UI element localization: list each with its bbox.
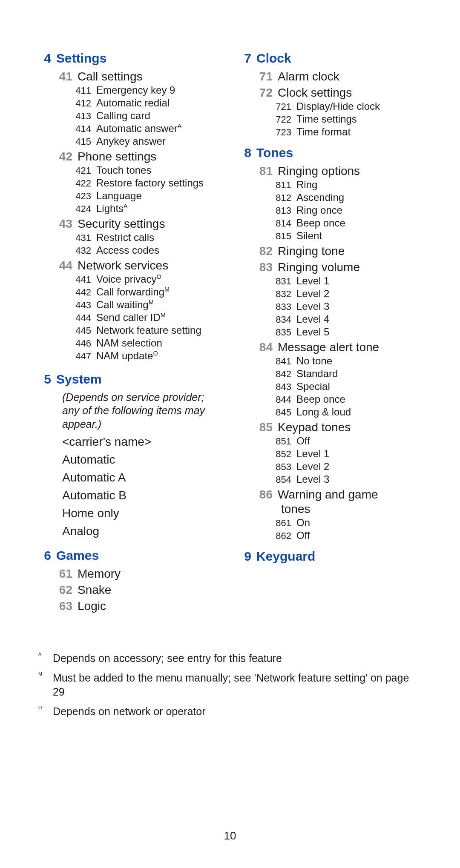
- system-option-automatic-a: Automatic A: [62, 471, 221, 484]
- footnote-marker: A: [178, 123, 182, 129]
- subsection-call-settings: 41 Call settings: [55, 70, 221, 83]
- item-time-settings: 722Time settings: [272, 113, 422, 125]
- item-special: 843Special: [272, 381, 422, 392]
- item-standard: 842Standard: [272, 368, 422, 380]
- footnote-marker: M: [164, 286, 170, 293]
- item-ring: 811Ring: [272, 179, 422, 191]
- item-level-4: 834Level 4: [272, 313, 422, 325]
- item-beep-once: 814Beep once: [272, 217, 422, 229]
- subsection-logic: 63Logic: [55, 599, 221, 613]
- section-clock: 7 Clock: [239, 51, 422, 66]
- item-warn-on: 861On: [272, 517, 422, 529]
- section-settings: 4 Settings: [38, 51, 221, 66]
- item-long-and-loud: 845Long & loud: [272, 406, 422, 418]
- subsection-network-services: 44 Network services: [55, 259, 221, 272]
- item-restrict-calls: 431Restrict calls: [72, 232, 221, 243]
- subsection-memory: 61Memory: [55, 567, 221, 581]
- system-note: (Depends on service provider; any of the…: [62, 391, 221, 431]
- subsection-ringing-tone: 82Ringing tone: [255, 244, 422, 258]
- item-call-forwarding: 442Call forwardingM: [72, 286, 221, 298]
- page-number: 10: [224, 829, 236, 842]
- subsection-alarm-clock: 71Alarm clock: [255, 70, 422, 83]
- item-no-tone: 841No tone: [272, 355, 422, 367]
- item-network-feature-setting: 445Network feature setting: [72, 324, 221, 336]
- item-automatic-answer: 414Automatic answerA: [72, 123, 221, 135]
- footnote-a: A Depends on accessory; see entry for th…: [38, 651, 422, 665]
- system-option-analog: Analog: [62, 524, 221, 538]
- subsection-warning-game-tones: 86Warning and game: [255, 488, 422, 501]
- footnote-text: Depends on network or operator: [53, 705, 206, 719]
- item-keypad-level-1: 852Level 1: [272, 448, 422, 460]
- subsection-ringing-volume: 83Ringing volume: [255, 261, 422, 274]
- item-send-caller-id: 444Send caller IDM: [72, 312, 221, 324]
- item-emergency-key-9: 411Emergency key 9: [72, 84, 221, 96]
- system-option-home-only: Home only: [62, 507, 221, 520]
- item-level-1: 831Level 1: [272, 275, 422, 287]
- footnotes: A Depends on accessory; see entry for th…: [38, 651, 422, 719]
- item-ascending: 812Ascending: [272, 192, 422, 203]
- item-display-hide-clock: 721Display/Hide clock: [272, 100, 422, 112]
- item-touch-tones: 421Touch tones: [72, 164, 221, 176]
- item-keypad-off: 851Off: [272, 435, 422, 447]
- item-keypad-level-2: 853Level 2: [272, 461, 422, 473]
- item-warn-off: 862Off: [272, 530, 422, 541]
- item-silent: 815Silent: [272, 230, 422, 242]
- item-nam-update: 447NAM updateO: [72, 350, 221, 362]
- item-keypad-level-3: 854Level 3: [272, 473, 422, 485]
- footnote-marker-o: O: [38, 705, 42, 710]
- item-level-2: 832Level 2: [272, 288, 422, 300]
- page: 4 Settings 41 Call settings 411Emergency…: [0, 0, 460, 868]
- footnote-marker: O: [153, 350, 158, 357]
- subsection-message-alert-tone: 84Message alert tone: [255, 341, 422, 354]
- subsection-clock-settings: 72Clock settings: [255, 86, 422, 100]
- section-tones: 8 Tones: [239, 146, 422, 160]
- footnote-marker-a: A: [38, 652, 41, 657]
- item-voice-privacy: 441Voice privacyO: [72, 273, 221, 285]
- item-ring-once: 813Ring once: [272, 204, 422, 216]
- item-level-3: 833Level 3: [272, 301, 422, 312]
- footnote-o: O Depends on network or operator: [38, 705, 422, 719]
- subsection-phone-settings: 42 Phone settings: [55, 150, 221, 163]
- subsection-title: Call settings: [78, 70, 143, 83]
- subsection-number: 41: [55, 70, 72, 83]
- section-title: Settings: [56, 51, 106, 66]
- section-number: 4: [38, 51, 51, 66]
- item-lights: 424LightsA: [72, 203, 221, 215]
- item-nam-selection: 446NAM selection: [72, 337, 221, 349]
- section-keyguard: 9 Keyguard: [239, 549, 422, 564]
- footnote-marker: O: [156, 273, 161, 280]
- right-column: 7 Clock 71Alarm clock 72Clock settings 7…: [239, 47, 422, 613]
- footnote-marker: M: [149, 299, 154, 306]
- system-option-automatic-b: Automatic B: [62, 489, 221, 502]
- subsection-ringing-options: 81Ringing options: [255, 164, 422, 178]
- system-option-carrier: <carrier's name>: [62, 435, 221, 449]
- item-anykey-answer: 415Anykey answer: [72, 135, 221, 147]
- section-system: 5 System: [38, 372, 221, 387]
- footnote-marker: A: [124, 203, 128, 209]
- subsection-security-settings: 43 Security settings: [55, 217, 221, 231]
- left-column: 4 Settings 41 Call settings 411Emergency…: [38, 47, 221, 613]
- item-time-format: 723Time format: [272, 126, 422, 138]
- item-language: 423Language: [72, 190, 221, 202]
- subsection-keypad-tones: 85Keypad tones: [255, 421, 422, 434]
- item-beep-once-msg: 844Beep once: [272, 393, 422, 405]
- subsection-warning-game-tones-line2: tones: [281, 502, 422, 516]
- footnote-text: Must be added to the menu manually; see …: [53, 671, 422, 699]
- footnote-m: M Must be added to the menu manually; se…: [38, 671, 422, 699]
- item-call-waiting: 443Call waitingM: [72, 299, 221, 311]
- system-option-automatic: Automatic: [62, 453, 221, 467]
- footnote-marker-m: M: [38, 671, 42, 676]
- item-calling-card: 413Calling card: [72, 110, 221, 122]
- item-restore-factory: 422Restore factory settings: [72, 177, 221, 189]
- section-games: 6 Games: [38, 548, 221, 563]
- item-automatic-redial: 412Automatic redial: [72, 97, 221, 109]
- footnote-text: Depends on accessory; see entry for this…: [53, 651, 282, 665]
- item-access-codes: 432Access codes: [72, 244, 221, 256]
- content-columns: 4 Settings 41 Call settings 411Emergency…: [38, 47, 422, 613]
- item-level-5: 835Level 5: [272, 326, 422, 338]
- footnote-marker: M: [161, 312, 166, 318]
- subsection-snake: 62Snake: [55, 583, 221, 597]
